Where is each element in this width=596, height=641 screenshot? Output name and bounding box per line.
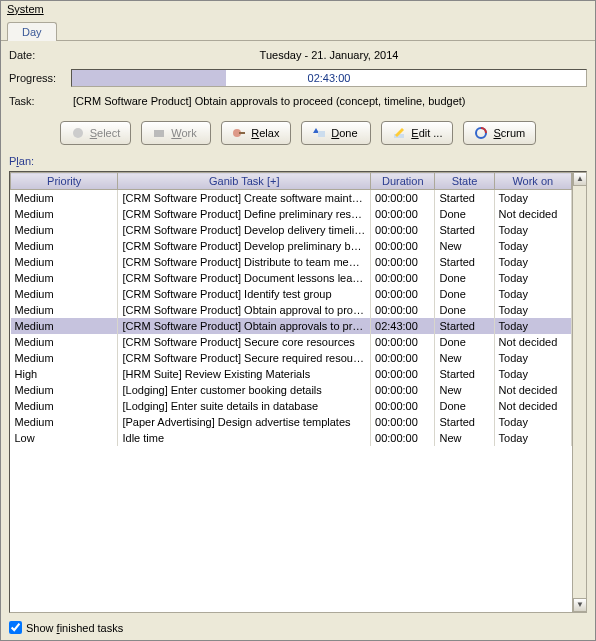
cell-duration: 00:00:00 xyxy=(371,270,435,286)
scroll-down-button[interactable]: ▼ xyxy=(573,598,587,612)
svg-rect-3 xyxy=(239,132,245,134)
date-row: Date: Tuesday - 21. January, 2014 xyxy=(9,49,587,61)
cell-state: New xyxy=(435,430,494,446)
plan-label: Plan: xyxy=(9,155,587,167)
tab-day[interactable]: Day xyxy=(7,22,57,41)
task-table-wrap: Priority Ganib Task [+] Duration State W… xyxy=(9,171,587,613)
col-header-task[interactable]: Ganib Task [+] xyxy=(118,173,371,190)
svg-point-0 xyxy=(73,128,83,138)
done-icon xyxy=(312,126,326,140)
table-row[interactable]: Medium[Paper Advertising] Design adverti… xyxy=(11,414,572,430)
table-row[interactable]: Medium[CRM Software Product] Define prel… xyxy=(11,206,572,222)
cell-task: [CRM Software Product] Distribute to tea… xyxy=(118,254,371,270)
cell-workon: Today xyxy=(494,270,571,286)
scroll-up-button[interactable]: ▲ xyxy=(573,172,587,186)
table-row[interactable]: Medium[CRM Software Product] Obtain appr… xyxy=(11,318,572,334)
table-row[interactable]: Medium[CRM Software Product] Develop del… xyxy=(11,222,572,238)
cell-duration: 00:00:00 xyxy=(371,398,435,414)
svg-rect-4 xyxy=(318,131,325,137)
show-finished-checkbox[interactable] xyxy=(9,621,22,634)
table-row[interactable]: Medium[CRM Software Product] Develop pre… xyxy=(11,238,572,254)
svg-rect-1 xyxy=(154,130,164,137)
cell-state: Started xyxy=(435,318,494,334)
table-row[interactable]: Medium[CRM Software Product] Identify te… xyxy=(11,286,572,302)
vertical-scrollbar[interactable]: ▲ ▼ xyxy=(572,172,586,612)
task-value: [CRM Software Product] Obtain approvals … xyxy=(71,95,587,107)
cell-priority: Medium xyxy=(11,254,118,270)
table-row[interactable]: Medium[CRM Software Product] Secure requ… xyxy=(11,350,572,366)
table-row[interactable]: Medium[CRM Software Product] Obtain appr… xyxy=(11,302,572,318)
work-button-label: Work xyxy=(171,127,196,139)
cell-priority: High xyxy=(11,366,118,382)
cell-task: [CRM Software Product] Develop delivery … xyxy=(118,222,371,238)
done-button[interactable]: Done xyxy=(301,121,371,145)
cell-state: Done xyxy=(435,286,494,302)
cell-workon: Today xyxy=(494,430,571,446)
show-finished-label[interactable]: Show finished tasks xyxy=(26,622,123,634)
cell-priority: Medium xyxy=(11,414,118,430)
cell-task: [CRM Software Product] Define preliminar… xyxy=(118,206,371,222)
col-header-priority[interactable]: Priority xyxy=(11,173,118,190)
progress-bar: 02:43:00 xyxy=(71,69,587,87)
cell-state: Started xyxy=(435,222,494,238)
cell-priority: Medium xyxy=(11,270,118,286)
cell-duration: 00:00:00 xyxy=(371,286,435,302)
task-table[interactable]: Priority Ganib Task [+] Duration State W… xyxy=(10,172,572,446)
table-row[interactable]: High[HRM Suite] Review Existing Material… xyxy=(11,366,572,382)
cell-state: New xyxy=(435,238,494,254)
cell-duration: 00:00:00 xyxy=(371,334,435,350)
cell-task: [Paper Advertising] Design advertise tem… xyxy=(118,414,371,430)
col-header-state[interactable]: State xyxy=(435,173,494,190)
relax-button-label: Relax xyxy=(251,127,279,139)
cell-state: Done xyxy=(435,270,494,286)
progress-text: 02:43:00 xyxy=(72,72,586,84)
cell-task: [CRM Software Product] Develop prelimina… xyxy=(118,238,371,254)
cell-workon: Today xyxy=(494,190,571,206)
table-row[interactable]: Medium[CRM Software Product] Distribute … xyxy=(11,254,572,270)
col-header-duration[interactable]: Duration xyxy=(371,173,435,190)
col-header-workon[interactable]: Work on xyxy=(494,173,571,190)
cell-state: New xyxy=(435,382,494,398)
cell-duration: 00:00:00 xyxy=(371,382,435,398)
task-label: Task: xyxy=(9,95,65,107)
tab-strip: Day xyxy=(1,17,595,41)
cell-workon: Today xyxy=(494,238,571,254)
done-button-label: Done xyxy=(331,127,357,139)
date-value: Tuesday - 21. January, 2014 xyxy=(71,49,587,61)
cell-workon: Today xyxy=(494,302,571,318)
edit-icon xyxy=(392,126,406,140)
cell-duration: 00:00:00 xyxy=(371,350,435,366)
toolbar: Select Work Relax Done Edit ... Scrum xyxy=(9,121,587,145)
progress-row: Progress: 02:43:00 xyxy=(9,69,587,87)
relax-button[interactable]: Relax xyxy=(221,121,291,145)
select-button[interactable]: Select xyxy=(60,121,132,145)
cell-priority: Low xyxy=(11,430,118,446)
edit-button[interactable]: Edit ... xyxy=(381,121,453,145)
cell-duration: 00:00:00 xyxy=(371,254,435,270)
work-icon xyxy=(152,126,166,140)
cell-duration: 00:00:00 xyxy=(371,302,435,318)
cell-priority: Medium xyxy=(11,302,118,318)
table-row[interactable]: Medium[Lodging] Enter customer booking d… xyxy=(11,382,572,398)
cell-task: [CRM Software Product] Secure core resou… xyxy=(118,334,371,350)
cell-priority: Medium xyxy=(11,398,118,414)
table-row[interactable]: Medium[Lodging] Enter suite details in d… xyxy=(11,398,572,414)
cell-state: New xyxy=(435,350,494,366)
cell-priority: Medium xyxy=(11,222,118,238)
table-row[interactable]: Medium[CRM Software Product] Create soft… xyxy=(11,190,572,206)
work-button[interactable]: Work xyxy=(141,121,211,145)
table-row[interactable]: Medium[CRM Software Product] Secure core… xyxy=(11,334,572,350)
menu-system[interactable]: System xyxy=(7,3,44,15)
menubar: System xyxy=(1,1,595,17)
scrum-button[interactable]: Scrum xyxy=(463,121,536,145)
cell-task: [CRM Software Product] Document lessons … xyxy=(118,270,371,286)
footer-row: Show finished tasks xyxy=(9,613,587,634)
cell-state: Started xyxy=(435,254,494,270)
day-panel: Date: Tuesday - 21. January, 2014 Progre… xyxy=(1,41,595,640)
table-row[interactable]: Medium[CRM Software Product] Document le… xyxy=(11,270,572,286)
cell-task: [CRM Software Product] Obtain approvals … xyxy=(118,318,371,334)
table-header-row: Priority Ganib Task [+] Duration State W… xyxy=(11,173,572,190)
cell-priority: Medium xyxy=(11,382,118,398)
date-label: Date: xyxy=(9,49,65,61)
table-row[interactable]: LowIdle time00:00:00NewToday xyxy=(11,430,572,446)
